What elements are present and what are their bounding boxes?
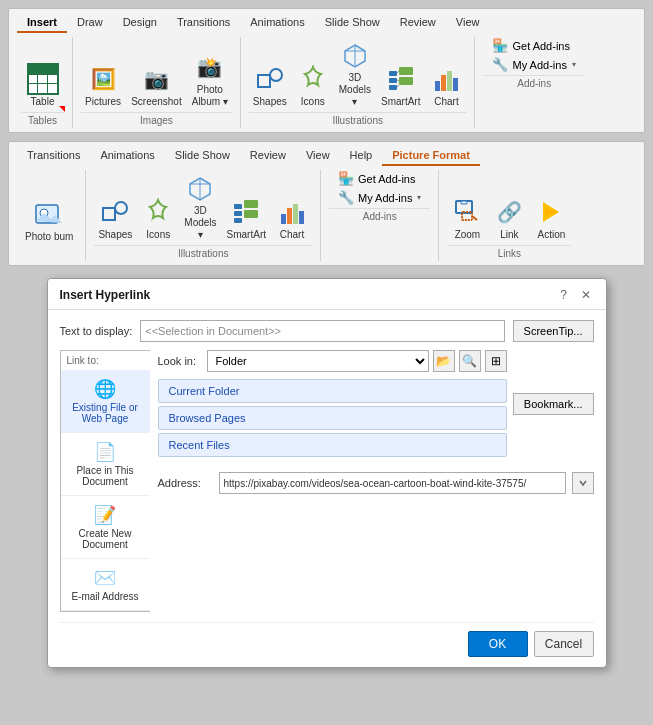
chart-icon-r2 (276, 196, 308, 228)
dialog-wrapper: Insert Hyperlink ? ✕ Text to display: Sc… (8, 274, 645, 672)
chart-button-r2[interactable]: Chart (272, 194, 312, 243)
link-to-sidebar: Link to: 🌐 Existing File or Web Page 📄 P… (60, 350, 150, 612)
tab-transitions[interactable]: Transitions (167, 13, 240, 33)
illustrations-group-label-r1: Illustrations (249, 112, 467, 126)
icons-button[interactable]: Icons (293, 61, 333, 110)
bookmark-button[interactable]: Bookmark... (513, 393, 594, 415)
svg-rect-23 (244, 200, 258, 208)
ok-cancel-row: OK Cancel (60, 622, 594, 657)
action-label: Action (538, 229, 566, 241)
screenshot-button[interactable]: 📷 Screenshot (127, 61, 186, 110)
3dmodels-button[interactable]: 3D Models▾ (335, 37, 375, 110)
recent-files-item[interactable]: Recent Files (158, 433, 507, 457)
sidebar-create-new[interactable]: 📝 Create New Document (61, 496, 150, 559)
tab2-slideshow[interactable]: Slide Show (165, 146, 240, 166)
chart-button-r1[interactable]: Chart (426, 61, 466, 110)
smartart-button[interactable]: SmartArt (377, 61, 424, 110)
cancel-button[interactable]: Cancel (534, 631, 594, 657)
ribbon2-tabs-row: Transitions Animations Slide Show Review… (9, 146, 644, 166)
text-display-row: Text to display: ScreenTip... (60, 320, 594, 342)
photoalbum-button[interactable]: 📸 Photo Album ▾ (188, 49, 232, 110)
table-button[interactable]: Table (23, 61, 63, 110)
link-icon: 🔗 (493, 196, 525, 228)
current-folder-item[interactable]: Current Folder (158, 379, 507, 403)
ribbon-body: Table Tables 🖼️ Pictures 📷 Screenshot 📸 … (9, 33, 644, 128)
tab2-view[interactable]: View (296, 146, 340, 166)
smartart-button-r2[interactable]: SmartArt (223, 194, 270, 243)
sidebar-place-in-doc[interactable]: 📄 Place in This Document (61, 433, 150, 496)
shapes-button-r2[interactable]: Shapes (94, 194, 136, 243)
3dmodels-button-r2[interactable]: 3D Models▾ (180, 170, 220, 243)
existing-file-icon: 🌐 (94, 378, 116, 400)
3dmodels-icon (339, 39, 371, 71)
links-group-label: Links (447, 245, 571, 259)
sidebar-email-address[interactable]: ✉️ E-mail Address (61, 559, 150, 611)
link-button[interactable]: 🔗 Link (489, 194, 529, 243)
icons-button-r2[interactable]: Icons (138, 194, 178, 243)
insert-hyperlink-dialog: Insert Hyperlink ? ✕ Text to display: Sc… (47, 278, 607, 668)
tab-draw[interactable]: Draw (67, 13, 113, 33)
addins-items: 🏪 Get Add-ins 🔧 My Add-ins ▾ (483, 37, 584, 73)
addins-group-label-r2: Add-ins (329, 208, 430, 222)
lookin-search-btn[interactable]: 🔍 (459, 350, 481, 372)
tab2-picture-format[interactable]: Picture Format (382, 146, 480, 166)
address-input[interactable] (219, 472, 566, 494)
my-addins-label-r2: My Add-ins (358, 192, 412, 204)
lookin-select[interactable]: Folder (207, 350, 429, 372)
group-tables: Table Tables (13, 37, 73, 128)
lookin-col: Look in: Folder 📂 🔍 ⊞ Current Folder Bro… (158, 350, 507, 458)
tab-animations[interactable]: Animations (240, 13, 314, 33)
group-addins-r1: 🏪 Get Add-ins 🔧 My Add-ins ▾ Add-ins (475, 37, 592, 128)
my-addins-button-r2[interactable]: 🔧 My Add-ins ▾ (335, 189, 424, 206)
zoom-button[interactable]: Zoom (447, 194, 487, 243)
dialog-title: Insert Hyperlink (60, 288, 151, 302)
tab2-help[interactable]: Help (340, 146, 383, 166)
sidebar-existing-file[interactable]: 🌐 Existing File or Web Page (61, 370, 150, 433)
svg-rect-26 (461, 201, 467, 204)
dialog-body: Text to display: ScreenTip... Link to: 🌐… (48, 310, 606, 667)
dialog-help-button[interactable]: ? (556, 287, 572, 303)
ok-button[interactable]: OK (468, 631, 528, 657)
group-photobum-items: Photo bum (21, 170, 77, 245)
tab-review[interactable]: Review (390, 13, 446, 33)
tab-design[interactable]: Design (113, 13, 167, 33)
shapes-label: Shapes (253, 96, 287, 108)
svg-line-11 (397, 80, 399, 81)
lookin-row: Look in: Folder 📂 🔍 ⊞ (158, 350, 507, 372)
get-addins-button-r2[interactable]: 🏪 Get Add-ins (335, 170, 424, 187)
dialog-close-button[interactable]: ✕ (578, 287, 594, 303)
my-addins-label: My Add-ins (512, 59, 566, 71)
tab-slideshow[interactable]: Slide Show (315, 13, 390, 33)
lookin-folder-btn[interactable]: 📂 (433, 350, 455, 372)
tab2-animations[interactable]: Animations (90, 146, 164, 166)
tab2-transitions[interactable]: Transitions (17, 146, 90, 166)
lookin-area: Look in: Folder 📂 🔍 ⊞ Current Folder Bro… (158, 350, 594, 458)
tab2-review[interactable]: Review (240, 146, 296, 166)
lookin-grid-btn[interactable]: ⊞ (485, 350, 507, 372)
action-button[interactable]: Action (531, 194, 571, 243)
svg-rect-21 (234, 211, 242, 216)
text-display-input[interactable] (140, 320, 504, 342)
group-photobum: Photo bum (13, 170, 86, 261)
browsed-pages-item[interactable]: Browsed Pages (158, 406, 507, 430)
shapes-button[interactable]: Shapes (249, 61, 291, 110)
tab-view[interactable]: View (446, 13, 490, 33)
text-display-label: Text to display: (60, 325, 133, 337)
address-dropdown-btn[interactable] (572, 472, 594, 494)
link-label: Link (500, 229, 518, 241)
screentip-button[interactable]: ScreenTip... (513, 320, 594, 342)
svg-line-12 (397, 85, 399, 87)
smartart-label: SmartArt (381, 96, 420, 108)
table-label: Table (31, 96, 55, 108)
photobum-button[interactable]: Photo bum (21, 196, 77, 245)
my-addins-button[interactable]: 🔧 My Add-ins ▾ (489, 56, 578, 73)
ribbon-picture-format: Transitions Animations Slide Show Review… (8, 141, 645, 266)
images-group-label: Images (81, 112, 232, 126)
pictures-button[interactable]: 🖼️ Pictures (81, 61, 125, 110)
svg-point-1 (270, 69, 282, 81)
photoalbum-icon: 📸 (194, 51, 226, 83)
smartart-icon (385, 63, 417, 95)
tab-insert[interactable]: Insert (17, 13, 67, 33)
get-addins-button[interactable]: 🏪 Get Add-ins (489, 37, 578, 54)
svg-point-16 (115, 202, 127, 214)
